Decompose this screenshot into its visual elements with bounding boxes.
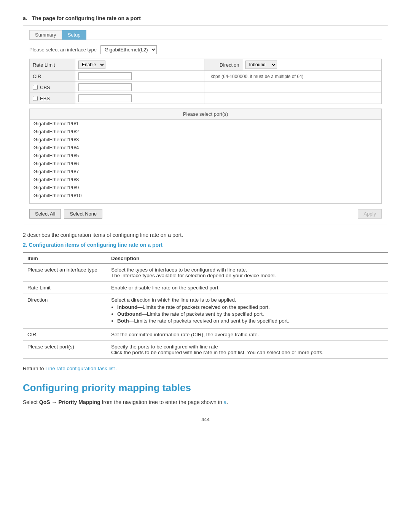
qos-bold: QoS — [39, 399, 50, 405]
description-table: Item Description Please select an interf… — [23, 252, 388, 359]
cbs-row: CBS — [30, 82, 382, 93]
qos-link-a[interactable]: a — [224, 399, 227, 405]
row2-desc: Enable or disable line rate on the speci… — [107, 282, 388, 294]
priority-mapping-bold: Priority Mapping — [58, 399, 100, 405]
cir-hint-cell: kbps (64-1000000, it must be a multiple … — [204, 71, 382, 82]
table-row: CIR Set the committed information rate (… — [23, 329, 388, 341]
direction-select-cell: Inbound Outbound Both — [242, 59, 382, 71]
table-header-row: Item Description — [23, 253, 388, 264]
cir-label-cell: CIR — [30, 71, 75, 82]
interface-select[interactable]: GigabitEthernet(L2) — [100, 45, 157, 54]
list-item[interactable]: GigabitEthernet1/0/1 — [30, 120, 381, 128]
row5-item: Please select port(s) — [23, 341, 107, 359]
rate-limit-select[interactable]: Enable Disable — [78, 61, 105, 69]
ebs-row: EBS — [30, 93, 382, 104]
qos-select-line: Select QoS → Priority Mapping from the n… — [23, 399, 388, 405]
section2-heading: 2. Configuration items of configuring li… — [23, 242, 388, 248]
table-row: Please select an interface type Select t… — [23, 264, 388, 282]
cbs-label-cell: CBS — [30, 82, 75, 93]
ebs-input[interactable] — [78, 94, 132, 102]
tabs-row: Summary Setup — [29, 30, 382, 40]
cbs-input-cell — [75, 82, 204, 93]
list-item[interactable]: GigabitEthernet1/0/9 — [30, 184, 381, 192]
rate-limit-label-cell: Rate Limit — [30, 59, 75, 71]
interface-row: Please select an interface type GigabitE… — [29, 45, 382, 54]
list-item[interactable]: GigabitEthernet1/0/4 — [30, 144, 381, 152]
direction-select[interactable]: Inbound Outbound Both — [245, 61, 277, 69]
cir-input-cell — [75, 71, 204, 82]
return-line: Return to Line rate configuration task l… — [23, 366, 388, 371]
cbs-input[interactable] — [78, 83, 132, 91]
port-box: Please select port(s) GigabitEthernet1/0… — [29, 109, 382, 204]
cir-row: CIR kbps (64-1000000, it must be a multi… — [30, 71, 382, 82]
row4-desc: Set the committed information rate (CIR)… — [107, 329, 388, 341]
ebs-checkbox[interactable] — [33, 96, 38, 101]
port-list[interactable]: GigabitEthernet1/0/1 GigabitEthernet1/0/… — [30, 120, 381, 203]
col-item-header: Item — [23, 253, 107, 264]
row1-desc: Select the types of interfaces to be con… — [107, 264, 388, 282]
list-item[interactable]: GigabitEthernet1/0/10 — [30, 192, 381, 200]
table-row: Direction Select a direction in which th… — [23, 294, 388, 329]
rate-limit-row: Rate Limit Enable Disable Direction Inbo… — [30, 59, 382, 71]
heading-a-prefix: a. — [23, 15, 27, 21]
cir-hint: kbps (64-1000000, it must be a multiple … — [207, 74, 303, 79]
list-item[interactable]: GigabitEthernet1/0/7 — [30, 168, 381, 176]
interface-label: Please select an interface type — [29, 47, 97, 53]
tab-setup[interactable]: Setup — [62, 30, 86, 40]
row1-item: Please select an interface type — [23, 264, 107, 282]
ebs-checkbox-cell: EBS — [33, 96, 72, 101]
list-item[interactable]: GigabitEthernet1/0/6 — [30, 160, 381, 168]
list-item[interactable]: GigabitEthernet1/0/5 — [30, 152, 381, 160]
config-params-table: Rate Limit Enable Disable Direction Inbo… — [29, 59, 382, 104]
ebs-empty — [204, 93, 382, 104]
button-row: Select All Select None Apply — [29, 209, 382, 219]
select-all-button[interactable]: Select All — [29, 209, 61, 219]
table-row: Rate Limit Enable or disable line rate o… — [23, 282, 388, 294]
rate-limit-select-cell: Enable Disable — [75, 59, 204, 71]
ui-config-box: Summary Setup Please select an interface… — [23, 25, 388, 225]
table-row: Please select port(s) Specify the ports … — [23, 341, 388, 359]
col-desc-header: Description — [107, 253, 388, 264]
row3-desc: Select a direction in which the line rat… — [107, 294, 388, 329]
select-none-button[interactable]: Select None — [64, 209, 102, 219]
btn-group-left: Select All Select None — [29, 209, 102, 219]
list-item[interactable]: GigabitEthernet1/0/2 — [30, 128, 381, 136]
cbs-checkbox[interactable] — [33, 85, 38, 90]
ebs-label-cell: EBS — [30, 93, 75, 104]
list-item[interactable]: GigabitEthernet1/0/8 — [30, 176, 381, 184]
main-section-title: Configuring priority mapping tables — [23, 382, 388, 394]
page-number: 444 — [23, 417, 388, 422]
row4-item: CIR — [23, 329, 107, 341]
direction-label-cell: Direction — [204, 59, 242, 71]
list-item[interactable]: GigabitEthernet1/0/3 — [30, 136, 381, 144]
return-link[interactable]: Line rate configuration task list — [45, 366, 115, 371]
cir-input[interactable] — [78, 72, 132, 80]
describes-text: 2 describes the configuration items of c… — [23, 232, 388, 238]
ebs-input-cell — [75, 93, 204, 104]
port-header: Please select port(s) — [30, 109, 381, 120]
apply-button[interactable]: Apply — [358, 209, 382, 219]
heading-a: a. The page for configuring line rate on… — [23, 15, 388, 21]
row3-item: Direction — [23, 294, 107, 329]
cbs-checkbox-cell: CBS — [33, 85, 72, 90]
row2-item: Rate Limit — [23, 282, 107, 294]
cbs-empty — [204, 82, 382, 93]
tab-summary[interactable]: Summary — [29, 30, 62, 40]
heading-a-label: The page for configuring line rate on a … — [32, 15, 141, 21]
row5-desc: Specify the ports to be configured with … — [107, 341, 388, 359]
